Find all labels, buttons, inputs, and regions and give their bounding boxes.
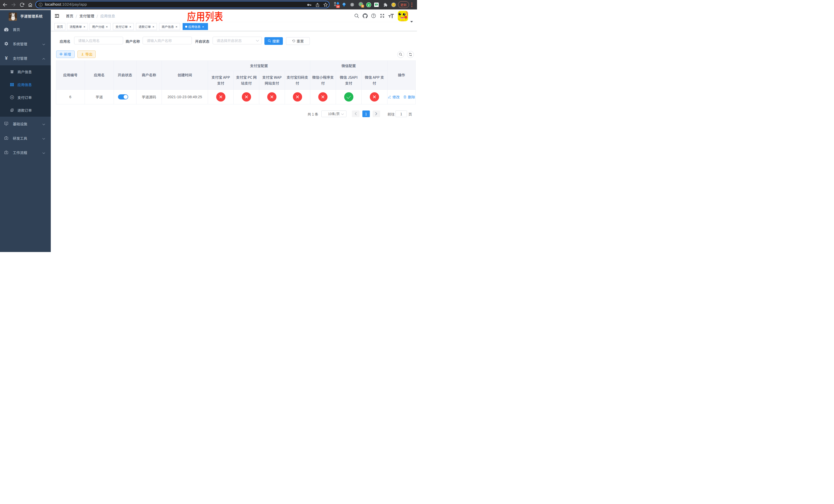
svg-text:1: 1 [362, 5, 363, 7]
svg-text:¥: ¥ [11, 96, 13, 98]
svg-text:y: y [368, 3, 370, 6]
svg-text:10: 10 [336, 5, 339, 8]
